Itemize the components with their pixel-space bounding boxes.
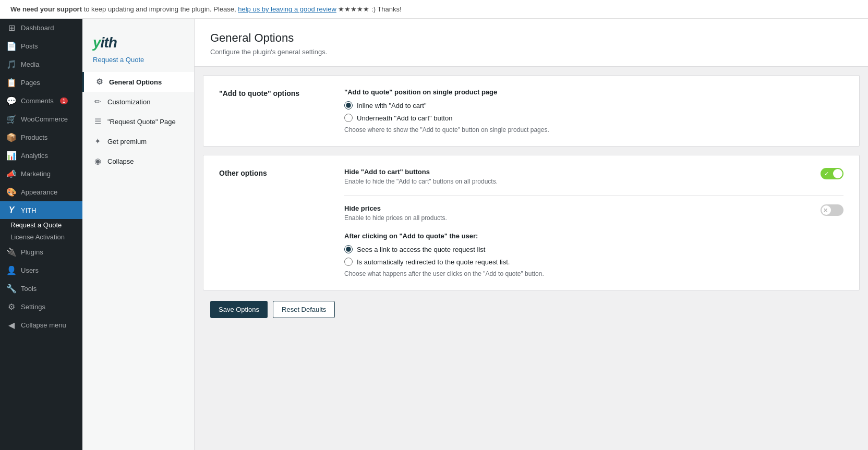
sidebar-item-dashboard[interactable]: ⊞ Dashboard [0, 19, 82, 37]
radio-redirect[interactable]: Is automatically redirected to the quote… [344, 258, 843, 266]
hide-prices-row: Hide prices Enable to hide prices on all… [344, 204, 843, 222]
sidebar-item-marketing[interactable]: 📣 Marketing [0, 165, 82, 183]
notif-stars: ★★★★★ [338, 5, 369, 13]
notification-bar: We need your support to keep updating an… [0, 0, 868, 19]
radio-underneath-input[interactable] [344, 114, 353, 122]
plugin-nav-collapse[interactable]: ◉ Collapse [82, 151, 194, 171]
sidebar-item-posts[interactable]: 📄 Posts [0, 37, 82, 55]
sub-item-label: Request a Quote [10, 221, 62, 229]
radio-underneath-label[interactable]: Underneath "Add to cart" button [357, 114, 452, 122]
page-header: General Options Configure the plugin's g… [195, 19, 868, 67]
page-title: General Options [210, 31, 852, 45]
position-title: "Add to quote" position on single produc… [344, 88, 843, 96]
sidebar-item-label: Users [21, 266, 39, 274]
sidebar-item-label: YITH [21, 206, 37, 214]
radio-link[interactable]: Sees a link to access the quote request … [344, 245, 843, 253]
sidebar-item-label: Media [21, 60, 39, 68]
after-click-section: After clicking on "Add to quote" the use… [344, 232, 843, 277]
sidebar-item-woocommerce[interactable]: 🛒 WooCommerce [0, 110, 82, 128]
sidebar-item-settings[interactable]: ⚙ Settings [0, 298, 82, 316]
toggle-check-icon: ✓ [824, 171, 829, 177]
sidebar-item-label: Plugins [21, 248, 43, 256]
save-options-button[interactable]: Save Options [210, 301, 268, 318]
after-click-title: After clicking on "Add to quote" the use… [344, 232, 843, 240]
sidebar-sub-request-quote[interactable]: Request a Quote [0, 219, 82, 231]
wp-sidebar: ⊞ Dashboard 📄 Posts 🎵 Media 📋 Pages 💬 Co… [0, 19, 82, 450]
footer-buttons: Save Options Reset Defaults [195, 290, 868, 329]
comments-icon: 💬 [6, 96, 17, 106]
notif-thanks: :) Thanks! [371, 5, 402, 13]
reset-defaults-button[interactable]: Reset Defaults [273, 301, 335, 318]
hide-prices-toggle[interactable]: ✕ [821, 204, 843, 216]
sidebar-item-pages[interactable]: 📋 Pages [0, 74, 82, 92]
general-options-icon: ⚙ [94, 77, 104, 87]
toggle-x-icon: ✕ [823, 207, 828, 214]
settings-section-other-options: Other options Hide "Add to cart" buttons… [203, 155, 860, 290]
radio-inline-label[interactable]: Inline with "Add to cart" [357, 102, 427, 110]
hide-add-to-cart-desc: Enable to hide the "Add to cart" buttons… [344, 178, 810, 185]
posts-icon: 📄 [6, 41, 17, 51]
nav-item-label: General Options [109, 78, 162, 86]
main-content: General Options Configure the plugin's g… [195, 19, 868, 450]
sidebar-item-tools[interactable]: 🔧 Tools [0, 279, 82, 298]
nav-item-label: Collapse [107, 157, 134, 165]
hide-add-to-cart-toggle[interactable]: ✓ [821, 168, 843, 179]
sidebar-item-label: Comments [21, 97, 54, 105]
plugin-nav-general-options[interactable]: ⚙ General Options [82, 72, 194, 92]
plugins-icon: 🔌 [6, 247, 17, 257]
nav-item-label: Customization [107, 98, 150, 106]
sidebar-item-appearance[interactable]: 🎨 Appearance [0, 183, 82, 201]
page-subtitle: Configure the plugin's general settings. [210, 48, 852, 56]
sidebar-item-label: Settings [21, 303, 45, 311]
radio-redirect-label[interactable]: Is automatically redirected to the quote… [357, 258, 510, 266]
sidebar-item-plugins[interactable]: 🔌 Plugins [0, 243, 82, 261]
radio-link-input[interactable] [344, 245, 353, 253]
sidebar-item-label: Collapse menu [21, 321, 66, 329]
add-to-quote-content: "Add to quote" position on single produc… [344, 88, 843, 133]
sidebar-item-collapse[interactable]: ◀ Collapse menu [0, 316, 82, 334]
sidebar-item-products[interactable]: 📦 Products [0, 128, 82, 147]
customization-icon: ✏ [93, 97, 102, 106]
appearance-icon: 🎨 [6, 187, 17, 197]
dashboard-icon: ⊞ [6, 23, 17, 33]
plugin-nav-customization[interactable]: ✏ Customization [82, 92, 194, 112]
other-options-content: Hide "Add to cart" buttons Enable to hid… [344, 168, 843, 277]
sidebar-item-analytics[interactable]: 📊 Analytics [0, 147, 82, 165]
sidebar-item-comments[interactable]: 💬 Comments 1 [0, 92, 82, 110]
plugin-title: Request a Quote [82, 54, 194, 72]
position-hint: Choose where to show the "Add to quote" … [344, 126, 843, 133]
hide-add-to-cart-info: Hide "Add to cart" buttons Enable to hid… [344, 168, 821, 185]
analytics-icon: 📊 [6, 151, 17, 161]
plugin-nav-get-premium[interactable]: ✦ Get premium [82, 131, 194, 151]
nav-item-label: "Request Quote" Page [107, 118, 176, 126]
tools-icon: 🔧 [6, 284, 17, 294]
sidebar-item-yith[interactable]: Y YITH [0, 201, 82, 219]
sidebar-item-label: Dashboard [21, 24, 54, 32]
after-click-hint: Choose what happens after the user click… [344, 270, 843, 277]
radio-link-label[interactable]: Sees a link to access the quote request … [357, 246, 485, 253]
sidebar-sub-license[interactable]: License Activation [0, 231, 82, 243]
radio-underneath[interactable]: Underneath "Add to cart" button [344, 114, 843, 122]
request-quote-page-icon: ☰ [93, 117, 102, 126]
add-to-quote-row: "Add to quote" options "Add to quote" po… [203, 76, 859, 146]
notif-text-after: to keep updating and improving the plugi… [84, 5, 238, 13]
products-icon: 📦 [6, 132, 17, 142]
settings-section-add-to-quote: "Add to quote" options "Add to quote" po… [203, 75, 860, 147]
sidebar-item-users[interactable]: 👤 Users [0, 261, 82, 279]
plugin-sidebar: yith Request a Quote ⚙ General Options ✏… [82, 19, 195, 450]
collapse-icon: ◀ [6, 320, 17, 330]
plugin-logo: yith [82, 29, 194, 54]
sidebar-item-media[interactable]: 🎵 Media [0, 55, 82, 74]
sidebar-item-label: Products [21, 133, 47, 141]
sidebar-item-label: Pages [21, 79, 40, 87]
plugin-nav-request-quote-page[interactable]: ☰ "Request Quote" Page [82, 112, 194, 131]
radio-inline[interactable]: Inline with "Add to cart" [344, 101, 843, 110]
radio-redirect-input[interactable] [344, 258, 353, 266]
radio-inline-input[interactable] [344, 101, 353, 110]
sidebar-item-label: Analytics [21, 152, 48, 160]
logo-text: yith [93, 34, 184, 51]
notif-review-link[interactable]: help us by leaving a good review [238, 5, 336, 13]
hide-add-to-cart-label: Hide "Add to cart" buttons [344, 168, 810, 176]
settings-icon: ⚙ [6, 302, 17, 312]
comments-badge: 1 [60, 98, 68, 104]
